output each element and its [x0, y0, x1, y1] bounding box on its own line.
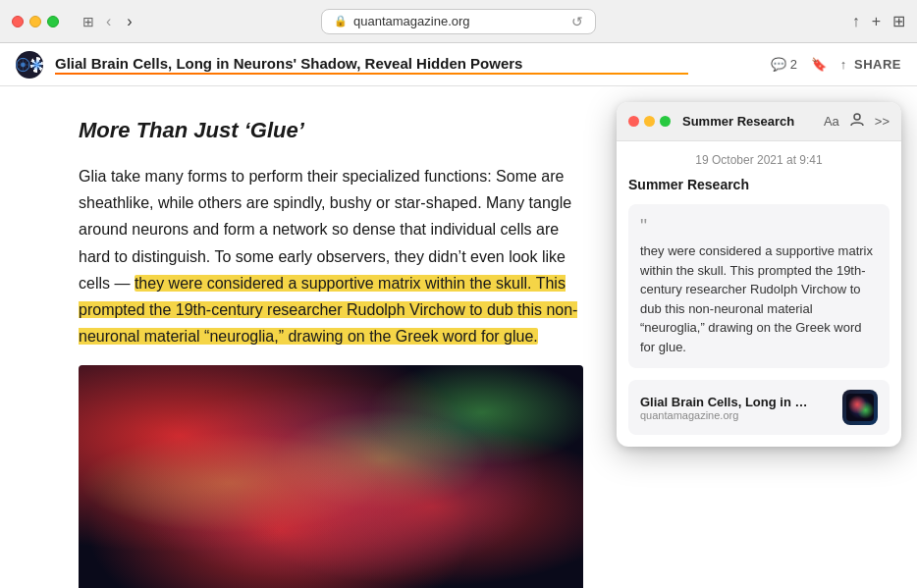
popup-traffic-lights [628, 116, 671, 127]
browser-window: ⊞ ‹ › 🔒 quantamagazine.org ↺ ↑ + ⊞ [0, 0, 917, 588]
popup-body: 19 October 2021 at 9:41 Summer Research … [617, 141, 901, 447]
popup-controls: Aa >> [824, 112, 890, 131]
article-title-container: Glial Brain Cells, Long in Neurons' Shad… [55, 55, 759, 75]
popup-note-title: Summer Research [628, 177, 890, 192]
sidebar-toggle-button[interactable]: ⊞ [82, 14, 94, 29]
article-subtitle: More Than Just ‘Glue’ [79, 118, 583, 143]
quanta-logo [16, 51, 43, 79]
source-icon-image [846, 394, 874, 421]
nav-buttons: ⊞ ‹ › [75, 11, 136, 32]
popup-quote: " they were considered a supportive matr… [628, 204, 890, 368]
popup-title: Summer Research [682, 114, 816, 129]
source-info: Glial Brain Cells, Long in … quantamagaz… [640, 395, 833, 421]
comments-button[interactable]: 💬 2 [771, 57, 797, 72]
close-button[interactable] [12, 16, 24, 27]
quote-text: they were considered a supportive matrix… [640, 241, 878, 356]
article-title: Glial Brain Cells, Long in Neurons' Shad… [55, 55, 759, 72]
title-bar: ⊞ ‹ › 🔒 quantamagazine.org ↺ ↑ + ⊞ [0, 0, 917, 43]
svg-point-6 [854, 114, 860, 120]
address-bar[interactable]: 🔒 quantamagazine.org ↺ [321, 9, 596, 34]
article-body: Glia take many forms to perform their sp… [79, 163, 583, 349]
collaborators-button[interactable] [849, 112, 865, 131]
minimize-button[interactable] [29, 16, 41, 27]
url-text: quantamagazine.org [353, 14, 470, 28]
toolbar-right: ↑ + ⊞ [852, 12, 905, 30]
forward-button[interactable]: › [123, 11, 135, 32]
share-action-button[interactable]: ↑ SHARE [840, 57, 901, 72]
highlighted-text: they were considered a supportive matrix… [79, 275, 577, 345]
share-arrow-icon: ↑ [840, 57, 847, 72]
source-url: quantamagazine.org [640, 409, 833, 421]
article-paragraph: Glia take many forms to perform their sp… [79, 163, 583, 349]
bookmark-button[interactable]: 🔖 [811, 57, 827, 72]
body-before-highlight: Glia take many forms to perform their sp… [79, 168, 571, 292]
popup-maximize-button[interactable] [660, 116, 671, 127]
share-button[interactable]: ↑ [852, 13, 860, 30]
lock-icon: 🔒 [334, 15, 348, 27]
comments-count: 2 [790, 57, 797, 72]
quote-mark: " [640, 216, 878, 236]
reader-toolbar: Glial Brain Cells, Long in Neurons' Shad… [0, 43, 917, 86]
tab-overview-button[interactable]: ⊞ [892, 12, 905, 30]
title-underline [55, 73, 688, 75]
person-icon [849, 112, 865, 128]
source-icon [842, 390, 878, 425]
maximize-button[interactable] [47, 16, 59, 27]
share-label: SHARE [854, 57, 901, 72]
reader-actions: 💬 2 🔖 ↑ SHARE [771, 57, 901, 72]
popup-date: 19 October 2021 at 9:41 [628, 153, 890, 167]
traffic-lights [12, 16, 59, 27]
expand-button[interactable]: >> [875, 114, 890, 129]
back-button[interactable]: ‹ [102, 11, 115, 32]
popup-close-button[interactable] [628, 116, 639, 127]
reload-icon[interactable]: ↺ [571, 14, 583, 29]
add-tab-button[interactable]: + [872, 13, 881, 30]
article-image [79, 365, 583, 588]
popup-titlebar: Summer Research Aa >> [617, 102, 901, 141]
article-content: More Than Just ‘Glue’ Glia take many for… [0, 86, 662, 588]
source-title: Glial Brain Cells, Long in … [640, 395, 833, 409]
comment-icon: 💬 [771, 57, 786, 72]
notes-popup: Summer Research Aa >> 19 October 2021 at… [617, 102, 901, 447]
popup-minimize-button[interactable] [644, 116, 655, 127]
main-content: More Than Just ‘Glue’ Glia take many for… [0, 86, 917, 588]
font-size-button[interactable]: Aa [824, 114, 839, 129]
neuron-image-bg [79, 365, 583, 588]
quanta-logo-svg [16, 56, 30, 74]
popup-source-card[interactable]: Glial Brain Cells, Long in … quantamagaz… [628, 380, 890, 435]
